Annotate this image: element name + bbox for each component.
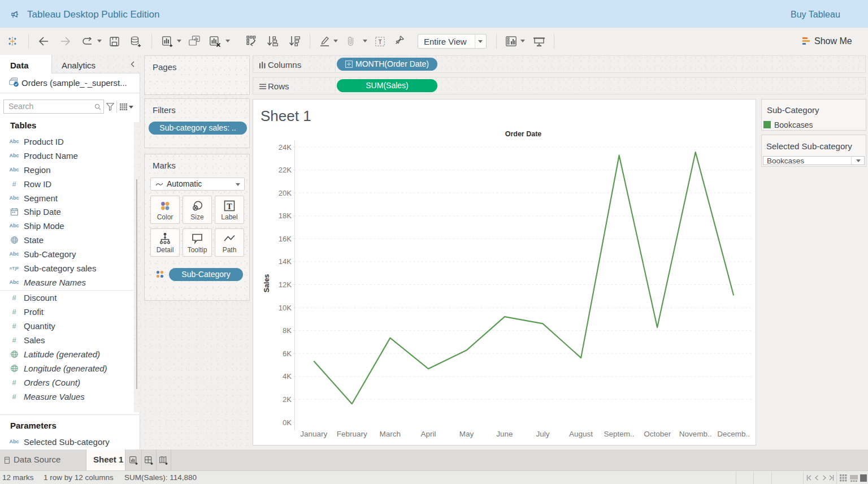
svg-text:May: May xyxy=(459,430,474,438)
svg-text:T: T xyxy=(378,39,381,45)
svg-text:Septem..: Septem.. xyxy=(604,430,635,438)
svg-text:August: August xyxy=(569,430,593,438)
svg-text:T: T xyxy=(227,202,232,211)
svg-text:February: February xyxy=(337,430,367,438)
svg-text:Sales: Sales xyxy=(263,274,271,293)
svg-text:14K: 14K xyxy=(279,257,292,266)
svg-text:6K: 6K xyxy=(283,349,292,358)
svg-text:April: April xyxy=(420,430,436,438)
svg-text:10K: 10K xyxy=(279,304,292,312)
svg-text:18K: 18K xyxy=(279,211,292,220)
svg-text:March: March xyxy=(380,430,401,438)
svg-text:Order Date: Order Date xyxy=(505,130,542,138)
svg-text:January: January xyxy=(300,430,327,438)
svg-text:12K: 12K xyxy=(279,280,292,289)
svg-text:16K: 16K xyxy=(279,235,292,243)
svg-text:4K: 4K xyxy=(283,372,292,381)
svg-text:8K: 8K xyxy=(283,326,292,335)
svg-text:24K: 24K xyxy=(279,143,292,152)
svg-text:Novemb..: Novemb.. xyxy=(679,430,712,438)
svg-text:Decemb..: Decemb.. xyxy=(717,430,750,438)
svg-text:20K: 20K xyxy=(279,189,292,197)
svg-text:July: July xyxy=(536,430,550,438)
svg-text:2K: 2K xyxy=(283,395,292,404)
svg-text:0K: 0K xyxy=(283,418,292,427)
svg-text:June: June xyxy=(496,430,513,438)
svg-text:22K: 22K xyxy=(279,166,292,174)
svg-text:October: October xyxy=(644,430,671,438)
